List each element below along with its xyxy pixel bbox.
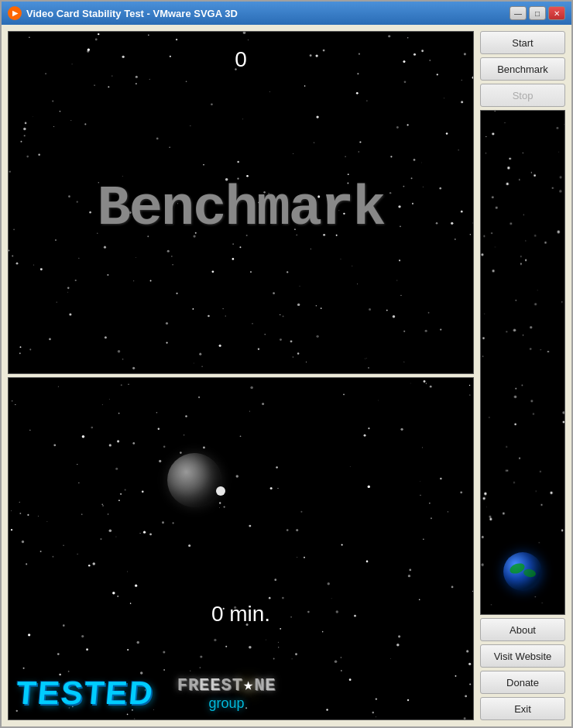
window-controls: — □ ✕ [510, 6, 565, 20]
main-content: 0 Benchmark 0 min. TESTED FREEST★NE grou… [2, 25, 571, 726]
side-thumbnail [480, 110, 565, 615]
maximize-button[interactable]: □ [529, 6, 546, 20]
benchmark-button[interactable]: Benchmark [480, 57, 565, 81]
visit-website-button[interactable]: Visit Website [480, 644, 565, 668]
moon-planet [167, 453, 221, 507]
viewport-top: 0 Benchmark [8, 31, 474, 374]
freestone-text: FREEST★NE [177, 675, 276, 695]
freestone-name: FR [177, 676, 199, 695]
stop-button[interactable]: Stop [480, 84, 565, 107]
minimize-button[interactable]: — [510, 6, 527, 20]
right-panel: Start Benchmark Stop About Visit Website… [480, 31, 565, 720]
bottom-buttons: About Visit Website Donate Exit [480, 618, 565, 720]
donate-button[interactable]: Donate [480, 671, 565, 694]
viewport-bottom: 0 min. TESTED FREEST★NE group [8, 377, 474, 720]
branding-area: TESTED FREEST★NE group [16, 675, 465, 712]
about-button[interactable]: About [480, 618, 565, 641]
moon-sphere [167, 453, 221, 507]
start-button[interactable]: Start [480, 31, 565, 54]
close-button[interactable]: ✕ [548, 6, 565, 20]
stars-canvas-side [481, 111, 564, 614]
fps-display: 0 [235, 47, 247, 72]
left-panel: 0 Benchmark 0 min. TESTED FREEST★NE grou… [8, 31, 474, 720]
title-bar: ▶ Video Card Stability Test - VMware SVG… [2, 2, 571, 25]
freestone-logo: FREEST★NE group [177, 675, 276, 712]
stars-canvas-bottom [9, 378, 474, 720]
main-window: ▶ Video Card Stability Test - VMware SVG… [0, 0, 573, 728]
timer-display: 0 min. [211, 602, 270, 627]
window-title: Video Card Stability Test - VMware SVGA … [26, 8, 510, 19]
app-icon: ▶ [8, 6, 22, 20]
earth-thumbnail [503, 552, 542, 591]
group-text: group [209, 695, 245, 712]
benchmark-label: Benchmark [98, 177, 385, 241]
tested-logo: TESTED [15, 675, 156, 712]
exit-button[interactable]: Exit [480, 697, 565, 720]
